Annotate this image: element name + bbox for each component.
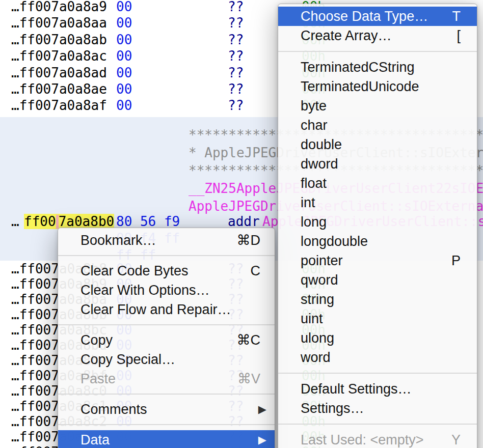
menu-item-shortcut: ⌘C bbox=[237, 330, 261, 350]
data-submenu-item-terminatedunicode[interactable]: TerminatedUnicode bbox=[278, 77, 477, 96]
data-submenu-item-long[interactable]: long bbox=[278, 212, 477, 232]
hex-byte: 00 bbox=[116, 15, 132, 31]
context-menu-item-data[interactable]: Data▶ bbox=[58, 430, 275, 448]
hex-addr: …ff007a0a8ab bbox=[11, 32, 107, 47]
data-submenu-item-settings[interactable]: Settings… bbox=[278, 399, 477, 418]
menu-item-label: Clear Flow and Repair… bbox=[81, 302, 231, 317]
context-menu-item-clear-flow-and-repair[interactable]: Clear Flow and Repair… bbox=[58, 300, 275, 319]
menu-item-label: TerminatedCString bbox=[301, 60, 415, 75]
menu-item-label: Settings… bbox=[301, 401, 364, 416]
submenu-arrow-icon: ▶ bbox=[258, 400, 266, 419]
menu-item-label: int bbox=[301, 195, 315, 210]
menu-item-label: Paste bbox=[81, 371, 116, 386]
address-before-caret: ff00 bbox=[24, 214, 56, 229]
data-submenu-item-string[interactable]: string bbox=[278, 290, 477, 309]
data-submenu-item-ulong[interactable]: ulong bbox=[278, 328, 477, 348]
menu-item-shortcut: ⌘V bbox=[237, 369, 260, 388]
hex-mnemonic: ?? bbox=[228, 48, 244, 64]
menu-separator bbox=[58, 255, 275, 256]
menu-item-shortcut: ⌘D bbox=[237, 231, 261, 250]
context-menu-item-clear-code-bytes[interactable]: Clear Code BytesC bbox=[58, 261, 275, 281]
menu-item-shortcut: C bbox=[251, 261, 261, 281]
data-submenu-item-qword[interactable]: qword bbox=[278, 270, 477, 290]
context-menu-item-bookmark[interactable]: Bookmark…⌘D bbox=[58, 231, 275, 250]
menu-item-label: string bbox=[301, 292, 334, 307]
data-submenu-item-default-settings[interactable]: Default Settings… bbox=[278, 379, 477, 399]
address-after-caret: 7a0a8b0 bbox=[59, 214, 115, 229]
data-type-submenu: Choose Data Type…TCreate Array…[Terminat… bbox=[278, 4, 477, 448]
hex-mnemonic: ?? bbox=[228, 81, 244, 97]
menu-item-label: char bbox=[301, 118, 328, 133]
hex-addr: …ff007a0a8a9 bbox=[11, 0, 107, 14]
hex-bytes: 80 56 f9 bbox=[116, 214, 180, 229]
address-prefix: … bbox=[11, 214, 19, 229]
menu-item-label: Copy bbox=[81, 332, 113, 348]
hex-addr: …ff007a0a8af bbox=[11, 98, 107, 113]
address-highlight: ff007a0a8b0 bbox=[24, 214, 114, 229]
menu-item-label: Copy Special… bbox=[81, 352, 175, 367]
hex-addr: …ff007a0a8ae bbox=[11, 81, 107, 97]
menu-item-shortcut: Y bbox=[451, 430, 461, 448]
context-menu-item-paste[interactable]: Paste⌘V bbox=[58, 369, 275, 388]
menu-item-label: Clear Code Bytes bbox=[81, 263, 189, 278]
context-menu: Bookmark…⌘DClear Code BytesCClear With O… bbox=[58, 228, 275, 448]
menu-item-label: word bbox=[301, 350, 331, 365]
hex-byte: 00 bbox=[116, 81, 132, 97]
data-submenu-item-choose-data-type[interactable]: Choose Data Type…T bbox=[278, 7, 477, 26]
menu-item-label: Choose Data Type… bbox=[301, 9, 428, 24]
menu-item-shortcut: [ bbox=[457, 26, 461, 45]
hex-addr: …ff007a0a8ad bbox=[11, 65, 107, 80]
menu-item-label: byte bbox=[301, 98, 327, 114]
menu-item-label: Last Used: <empty> bbox=[301, 432, 424, 447]
menu-separator bbox=[278, 424, 477, 425]
menu-item-label: pointer bbox=[301, 253, 343, 268]
context-menu-item-clear-with-options[interactable]: Clear With Options… bbox=[58, 281, 275, 300]
hex-byte: 00 bbox=[116, 32, 132, 47]
menu-item-label: Create Array… bbox=[301, 28, 392, 43]
data-submenu-item-int[interactable]: int bbox=[278, 193, 477, 212]
hex-byte: 00 bbox=[116, 65, 132, 80]
data-submenu-item-float[interactable]: float bbox=[278, 174, 477, 193]
data-type-mnemonic: addr bbox=[228, 214, 260, 229]
context-menu-item-comments[interactable]: Comments▶ bbox=[58, 400, 275, 419]
menu-item-label: Comments bbox=[81, 402, 147, 417]
menu-item-shortcut: T bbox=[452, 7, 461, 26]
menu-separator bbox=[278, 373, 477, 374]
menu-separator bbox=[58, 324, 275, 325]
menu-item-label: Clear With Options… bbox=[81, 283, 210, 298]
data-submenu-item-byte[interactable]: byte bbox=[278, 96, 477, 116]
hex-byte: 00 bbox=[116, 48, 132, 64]
hex-byte: 00 bbox=[116, 0, 132, 14]
hex-addr: …ff007a0a8aa bbox=[11, 15, 107, 31]
hex-byte: 00 bbox=[116, 98, 132, 113]
menu-item-label: longdouble bbox=[301, 234, 368, 249]
menu-item-label: qword bbox=[301, 272, 338, 288]
hex-mnemonic: ?? bbox=[228, 0, 244, 14]
data-submenu-item-pointer[interactable]: pointerP bbox=[278, 251, 477, 270]
data-submenu-item-longdouble[interactable]: longdouble bbox=[278, 232, 477, 251]
menu-item-label: Default Settings… bbox=[301, 381, 412, 397]
menu-separator bbox=[58, 424, 275, 425]
data-submenu-item-uint[interactable]: uint bbox=[278, 309, 477, 328]
data-submenu-item-char[interactable]: char bbox=[278, 116, 477, 135]
menu-item-label: long bbox=[301, 214, 327, 230]
context-menu-item-copy-special[interactable]: Copy Special… bbox=[58, 350, 275, 369]
menu-item-label: ulong bbox=[301, 330, 334, 346]
data-submenu-item-terminatedcstring[interactable]: TerminatedCString bbox=[278, 58, 477, 77]
data-submenu-item-create-array[interactable]: Create Array…[ bbox=[278, 26, 477, 45]
context-menu-item-copy[interactable]: Copy⌘C bbox=[58, 330, 275, 350]
data-submenu-item-double[interactable]: double bbox=[278, 135, 477, 154]
menu-item-label: dword bbox=[301, 156, 338, 172]
data-submenu-item-dword[interactable]: dword bbox=[278, 154, 477, 174]
hex-mnemonic: ?? bbox=[228, 15, 244, 31]
hex-mnemonic: ?? bbox=[228, 32, 244, 47]
data-submenu-item-last-used-empty[interactable]: Last Used: <empty>Y bbox=[278, 430, 477, 448]
menu-item-label: double bbox=[301, 137, 342, 152]
menu-item-label: TerminatedUnicode bbox=[301, 79, 419, 94]
hex-mnemonic: ?? bbox=[228, 98, 244, 113]
hex-mnemonic: ?? bbox=[228, 65, 244, 80]
menu-item-label: Data bbox=[81, 432, 110, 447]
data-submenu-item-word[interactable]: word bbox=[278, 348, 477, 367]
menu-separator bbox=[58, 394, 275, 395]
hex-addr: …ff007a0a8ac bbox=[11, 48, 107, 64]
